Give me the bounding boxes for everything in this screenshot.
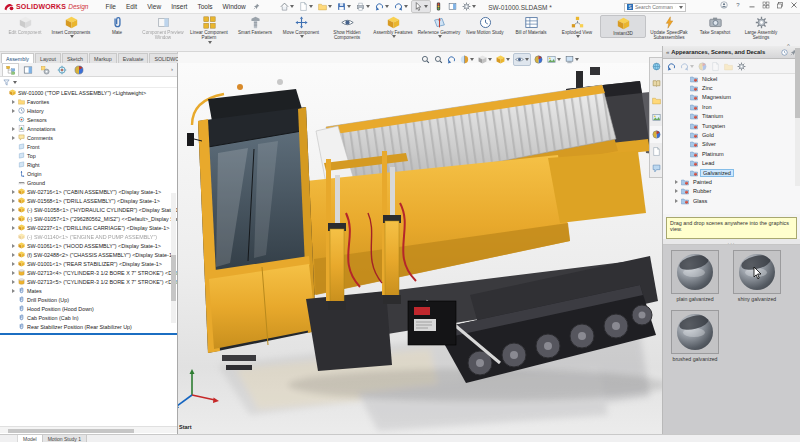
ribbon-button[interactable]: Take Snapshot (692, 15, 738, 36)
menu-item[interactable]: View (142, 1, 166, 12)
undo-icon[interactable] (373, 1, 391, 12)
tree-item[interactable]: Hood Position (Hood Down) (0, 304, 177, 313)
filter-funnel-icon[interactable] (3, 79, 10, 86)
ribbon-button[interactable]: Assembly Features (370, 15, 416, 39)
display-style-icon[interactable] (495, 54, 511, 65)
tree-horizontal-scrollbar[interactable] (0, 426, 177, 433)
open-folder-icon[interactable] (724, 62, 733, 71)
bottom-splitter[interactable] (0, 435, 18, 442)
close-icon[interactable] (790, 1, 798, 9)
pane-options-icon[interactable] (737, 62, 746, 71)
tree-item[interactable]: Front (0, 142, 177, 151)
tree-filter-row[interactable] (0, 77, 177, 88)
appearance-tree-item[interactable]: Magnesium (663, 93, 800, 102)
graphics-viewport[interactable]: Start (178, 63, 662, 434)
tree-item[interactable]: Comments (0, 133, 177, 142)
apply-appearance-icon[interactable] (698, 62, 707, 71)
appearance-tree-item[interactable]: Glass (663, 196, 800, 205)
appearances-scenes-tab[interactable] (650, 126, 662, 143)
restore-icon[interactable] (776, 1, 784, 9)
minimize-icon[interactable] (748, 1, 756, 9)
displaymanager-tab-icon[interactable] (70, 63, 87, 76)
appearance-tree-item[interactable]: Platinum (663, 149, 800, 158)
tree-vertical-scrollbar[interactable] (171, 193, 176, 323)
dropdown-caret-icon[interactable] (525, 58, 529, 61)
appearance-tree-item[interactable]: Tungsten (663, 121, 800, 130)
zoom-fit-icon[interactable] (420, 54, 431, 65)
tree-item[interactable]: Rear Stabilizer Position (Rear Stabilize… (0, 322, 177, 331)
ribbon-button[interactable]: Component Preview Window (140, 15, 186, 42)
print-icon[interactable] (354, 1, 372, 12)
tree-item[interactable]: SW-02713<4> ("CYLINDER-3 1/2 BORE X 7" S… (0, 268, 177, 277)
tree-item[interactable]: Drill Position (Up) (0, 295, 177, 304)
command-tab[interactable]: Assembly (1, 53, 34, 63)
dropdown-caret-icon[interactable] (385, 5, 389, 8)
pin-menu-icon[interactable] (253, 3, 260, 10)
tree-item[interactable]: History (0, 106, 177, 115)
search-icon[interactable] (675, 4, 676, 10)
section-view-icon[interactable] (459, 54, 475, 65)
appearance-tree-item[interactable]: Silver (663, 140, 800, 149)
ribbon-button[interactable]: Reference Geometry (416, 15, 462, 39)
dropdown-caret-icon[interactable] (506, 58, 510, 61)
tree-item[interactable]: SW-01000 ("TOP LEVEL ASSEMBLY") <Lightwe… (0, 88, 177, 97)
appearance-tree-item[interactable]: Lead (663, 159, 800, 168)
tree-item[interactable]: Ground (0, 178, 177, 187)
configurationmanager-tab-icon[interactable] (36, 63, 53, 76)
propertymanager-tab-icon[interactable] (19, 63, 36, 76)
solidworks-resources-tab[interactable] (650, 58, 662, 75)
appearance-tree-item[interactable]: Galvanized (663, 168, 800, 177)
copy-appearance-icon[interactable] (711, 62, 720, 71)
back-icon[interactable] (667, 62, 676, 71)
dropdown-caret-icon[interactable] (309, 5, 313, 8)
dropdown-caret-icon[interactable] (392, 35, 396, 38)
appearance-thumbnail[interactable]: brushed galvanized (669, 310, 721, 362)
account-icon[interactable] (720, 1, 728, 9)
home-icon[interactable] (278, 1, 296, 12)
appearance-tree-item[interactable]: Gold (663, 130, 800, 139)
hide-show-items-icon[interactable] (513, 53, 531, 66)
ribbon-button[interactable]: Mate (94, 15, 140, 36)
ribbon-button[interactable]: Instant3D (600, 15, 646, 38)
redo-icon[interactable] (392, 1, 410, 12)
ribbon-button[interactable]: Move Component (278, 15, 324, 39)
panel-tabs-more-icon[interactable]: › (171, 66, 173, 72)
new-document-icon[interactable] (297, 1, 315, 12)
command-tab[interactable]: Layout (35, 53, 61, 63)
model-drill-rig[interactable] (178, 63, 662, 434)
tree-item[interactable]: SW-01001<1> ("REAR STABILIZER") <Display… (0, 259, 177, 268)
featuremanager-tab-icon[interactable] (2, 63, 19, 76)
appearance-tree-item[interactable]: Zinc (663, 83, 800, 92)
ribbon-button[interactable]: Update SpeedPak Subassemblies (646, 15, 692, 42)
menu-item[interactable]: File (100, 1, 120, 12)
view-orientation-icon[interactable] (477, 54, 493, 65)
ribbon-button[interactable]: Smart Fasteners (232, 15, 278, 36)
appearance-tree-item[interactable]: Rubber (663, 187, 800, 196)
open-icon[interactable] (316, 1, 334, 12)
ribbon-button[interactable]: Insert Components (48, 15, 94, 39)
select-icon[interactable] (411, 0, 431, 13)
dropdown-caret-icon[interactable] (290, 5, 294, 8)
tree-item[interactable]: Mates (0, 286, 177, 295)
tree-item[interactable]: Cab Position (Cab In) (0, 313, 177, 322)
dropdown-caret-icon[interactable] (470, 58, 474, 61)
tree-item[interactable]: Origin (0, 169, 177, 178)
tree-item[interactable]: SW-02237<1> ("DRILLING CARRIAGE") <Displ… (0, 223, 177, 232)
appearance-tree-item[interactable]: Nickel (663, 74, 800, 83)
tree-item[interactable]: Sensors (0, 115, 177, 124)
menu-item[interactable]: Insert (166, 1, 192, 12)
appearance-tree-item[interactable]: Painted (663, 177, 800, 186)
dropdown-caret-icon[interactable] (488, 58, 492, 61)
custom-properties-tab[interactable] (650, 143, 662, 160)
search-input[interactable] (635, 4, 673, 10)
bottom-tab[interactable]: Model (18, 435, 43, 442)
tree-item[interactable]: (-) SW-01140<1> ("ENGINE AND PUMP ASSEMB… (0, 232, 177, 241)
scrollbar-thumb[interactable] (8, 429, 134, 433)
dropdown-caret-icon[interactable] (366, 5, 370, 8)
tree-item[interactable]: SW-02713<5> ("CYLINDER-3 1/2 BORE X 7" S… (0, 277, 177, 286)
ribbon-button[interactable]: Edit Component (2, 15, 48, 36)
appearance-tree-item[interactable]: Iron (663, 102, 800, 111)
apply-scene-icon[interactable] (546, 54, 562, 65)
tree-item[interactable]: (-) SW-01058<1> ("HYDRAULIC CYLINDER") <… (0, 205, 177, 214)
tree-item[interactable]: SW-01568<1> ("DRILL ASSEMBLY") <Display … (0, 196, 177, 205)
